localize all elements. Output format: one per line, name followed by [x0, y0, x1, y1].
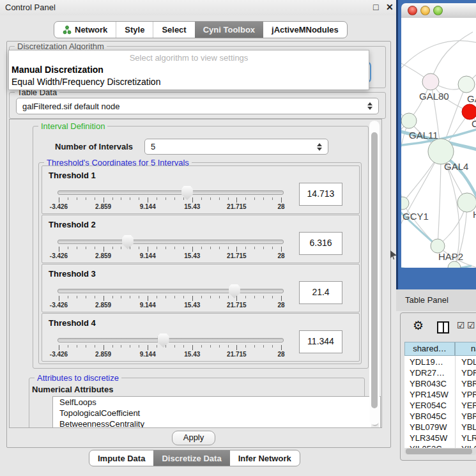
list-item[interactable]: TopologicalCoefficient	[53, 408, 380, 418]
tick-label: 21.715	[227, 302, 247, 309]
tab-jactivemnodules[interactable]: jActiveMNodules	[263, 22, 347, 38]
slider-track[interactable]	[58, 240, 284, 244]
minimize-traffic-light-icon[interactable]	[420, 6, 430, 15]
window-title: Control Panel	[5, 3, 56, 12]
float-window-icon[interactable]: □	[373, 2, 378, 12]
table-row[interactable]: YDR27…YDR2	[404, 367, 476, 378]
tick-label: 2.859	[95, 252, 111, 259]
tick-label: 28	[277, 203, 284, 210]
tick-label: 21.715	[227, 252, 247, 259]
network-node[interactable]	[458, 76, 475, 93]
slider-track[interactable]	[58, 190, 284, 195]
table-panel-header: Table Panel	[396, 289, 476, 311]
cyni-bottom-tabs: Impute Data Discretize Data Infer Networ…	[89, 450, 300, 466]
screen: Control Panel □ ✕ Network Style Select C…	[0, 0, 476, 476]
network-edge-highlighted[interactable]	[401, 266, 472, 268]
network-node[interactable]	[462, 104, 476, 119]
num-intervals-spinner[interactable]: 5	[144, 139, 328, 155]
threshold-value-field[interactable]: 6.316	[299, 232, 342, 255]
slider-track[interactable]	[58, 289, 284, 293]
threshold-2-slider[interactable]: -3.4262.8599.14415.4321.71528	[58, 234, 284, 263]
network-node-gcy1[interactable]	[401, 197, 409, 210]
table-panel-window: ⚙ ☑ ☑ shared… na YDL19…YDL1 YDR27…YDR2 Y…	[400, 312, 476, 461]
network-edge[interactable]	[438, 151, 441, 246]
tab-label: Infer Network	[238, 454, 291, 463]
threshold-1-slider[interactable]: -3.4262.8599.14415.4321.71528	[58, 185, 284, 213]
network-edge[interactable]	[401, 41, 476, 75]
option-equal-width-frequency[interactable]: Equal Width/Frequency Discretization	[12, 77, 160, 87]
table-row[interactable]: YBR045CYBR0	[404, 411, 476, 422]
combo-stepper-icon[interactable]	[367, 102, 372, 110]
close-window-icon[interactable]: ✕	[386, 2, 394, 12]
network-window-titlebar[interactable]	[401, 3, 476, 19]
threshold-value-field[interactable]: 14.713	[299, 183, 342, 206]
network-node-gal11[interactable]	[401, 113, 417, 128]
threshold-label: Threshold 3	[49, 269, 96, 279]
tab-label: Network	[75, 25, 107, 35]
table-hscrollbar[interactable]	[404, 448, 476, 455]
slider-ticks	[58, 344, 284, 350]
attributes-group-title: Attributes to discretize	[35, 373, 121, 383]
apply-button[interactable]: Apply	[172, 431, 215, 445]
table-row[interactable]: YLR345WYLR3	[404, 433, 476, 443]
column-header-shared-name[interactable]: shared…	[404, 342, 455, 356]
num-intervals-label: Number of Intervals	[55, 142, 133, 151]
threshold-4-slider[interactable]: -3.4262.8599.14415.4321.71528	[58, 333, 284, 361]
network-node-gal80[interactable]	[422, 73, 439, 90]
network-tab-icon	[63, 26, 72, 35]
tab-infer-network[interactable]: Infer Network	[230, 450, 300, 466]
network-node-gal4[interactable]	[428, 139, 454, 164]
settings-scrollbar-thumb[interactable]	[371, 132, 378, 408]
checkbox-icon[interactable]: ☑	[457, 320, 465, 330]
settings-scrollbar[interactable]	[369, 121, 380, 425]
tab-select[interactable]: Select	[153, 22, 194, 38]
tab-style[interactable]: Style	[116, 22, 153, 38]
tick-label: 15.43	[184, 203, 200, 210]
network-edge[interactable]	[403, 203, 438, 246]
tab-label: Impute Data	[98, 454, 145, 463]
gear-icon[interactable]: ⚙	[413, 318, 424, 333]
tick-label: 2.859	[95, 203, 111, 210]
tick-label: -3.426	[50, 302, 68, 309]
tab-label: Cyni Toolbox	[203, 25, 255, 35]
table-row[interactable]: YDL19…YDL1	[404, 357, 476, 367]
network-edge[interactable]	[431, 32, 473, 82]
tick-label: 9.144	[140, 252, 156, 259]
tick-label: 2.859	[95, 351, 111, 358]
tab-impute-data[interactable]: Impute Data	[89, 450, 153, 466]
table-data-group: Table Data galFiltered.sif default node	[9, 92, 386, 119]
list-item[interactable]: BetweennessCentrality	[53, 418, 380, 428]
table-row[interactable]: YER054CYER0	[404, 400, 476, 411]
table-row[interactable]: YPR145WYPR1	[404, 389, 476, 400]
table-row[interactable]: YBR043CYBR0	[404, 378, 476, 389]
tab-cyni-toolbox[interactable]: Cyni Toolbox	[195, 22, 263, 38]
tick-label: 15.43	[184, 302, 200, 309]
table-row[interactable]: YBL079WYBL0	[404, 422, 476, 433]
attributes-listbox[interactable]: SelfLoops TopologicalCoefficient Between…	[52, 396, 381, 428]
table-data-combobox[interactable]: galFiltered.sif default node	[16, 98, 379, 114]
threshold-value-field[interactable]: 21.4	[299, 281, 342, 304]
table-hscrollbar-thumb[interactable]	[406, 449, 472, 454]
column-header-name[interactable]: na	[455, 342, 476, 356]
table-data-value: galFiltered.sif default node	[22, 102, 119, 111]
tab-discretize-data[interactable]: Discretize Data	[153, 450, 229, 466]
network-edge[interactable]	[401, 151, 441, 240]
checkbox-icon[interactable]: ☑	[467, 320, 475, 330]
threshold-label: Threshold 4	[49, 318, 96, 328]
network-canvas[interactable]: GAL80GACGAL11GAL4GCY1HHAP2	[401, 18, 476, 268]
list-item[interactable]: SelfLoops	[53, 397, 380, 408]
table-row[interactable]: YIL052CYIL0	[404, 443, 476, 448]
zoom-traffic-light-icon[interactable]	[433, 6, 443, 15]
attributes-group: Attributes to discretize Numerical Attri…	[29, 378, 365, 428]
spinner-stepper-icon[interactable]	[317, 143, 322, 151]
slider-track[interactable]	[58, 338, 284, 342]
threshold-3-slider[interactable]: -3.4262.8599.14415.4321.71528	[58, 284, 284, 312]
threshold-value-field[interactable]: 11.344	[299, 330, 342, 353]
split-view-icon[interactable]	[437, 321, 449, 334]
node-table[interactable]: shared… na YDL19…YDL1 YDR27…YDR2 YBR043C…	[404, 342, 476, 448]
network-node[interactable]	[448, 261, 461, 268]
slider-tick-labels: -3.4262.8599.14415.4321.71528	[58, 203, 284, 211]
tab-network[interactable]: Network	[54, 22, 116, 38]
option-manual-discretization[interactable]: Manual Discretization	[12, 65, 104, 75]
close-traffic-light-icon[interactable]	[408, 6, 417, 15]
